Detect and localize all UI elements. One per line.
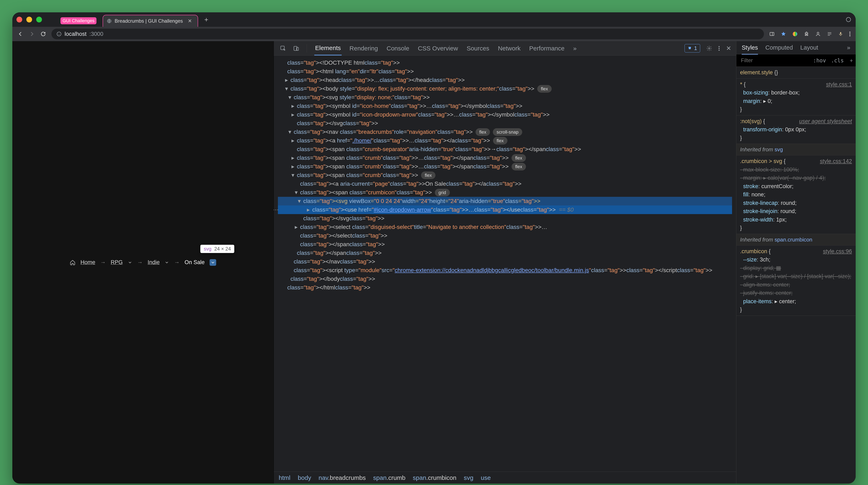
new-tab-button[interactable]: ＋ bbox=[203, 15, 210, 24]
devtools-tab-css-overview[interactable]: CSS Overview bbox=[417, 41, 459, 55]
dom-line[interactable]: ▾class="tag"><span class="crumbicon"clas… bbox=[278, 188, 732, 197]
dom-line[interactable]: class="tag"></htmlclass="tag">> bbox=[278, 283, 732, 292]
separator-icon: → bbox=[174, 259, 180, 265]
path-segment[interactable]: use bbox=[481, 474, 491, 481]
path-segment[interactable]: nav.breadcrumbs bbox=[319, 474, 366, 481]
dom-line[interactable]: ▾class="tag"><svg viewBox="0 0 24 24" wi… bbox=[278, 197, 732, 205]
minimize-window-button[interactable] bbox=[26, 17, 32, 23]
back-button[interactable] bbox=[17, 31, 24, 37]
dom-line[interactable]: ⋯ ▸class="tag"><use href="#icon-dropdown… bbox=[278, 205, 732, 214]
address-bar[interactable]: localhost:3000 bbox=[52, 29, 764, 39]
tab-breadcrumbs[interactable]: Breadcrumbs | GUI Challenges ✕ bbox=[103, 15, 198, 27]
chevron-down-icon[interactable] bbox=[164, 260, 169, 265]
dom-line[interactable]: ▾class="tag"><span class="crumb"class="t… bbox=[278, 171, 732, 179]
style-rule[interactable]: user agent stylesheet:not(svg) { transfo… bbox=[736, 115, 856, 144]
chevron-down-highlighted-icon[interactable] bbox=[210, 259, 216, 266]
dom-line[interactable]: class="tag"></spanclass="tag">> bbox=[278, 249, 732, 257]
dom-line[interactable]: ▸class="tag"><symbol id="icon-home"class… bbox=[278, 102, 732, 110]
dom-line[interactable]: class="tag"></selectclass="tag">> bbox=[278, 231, 732, 240]
path-segment[interactable]: span.crumbicon bbox=[413, 474, 457, 481]
bookmark-star-icon[interactable] bbox=[781, 31, 786, 37]
close-devtools-icon[interactable]: ✕ bbox=[726, 45, 731, 52]
dom-line[interactable]: class="tag"><script type="module" src="c… bbox=[278, 266, 732, 275]
rendered-page: svg 24 × 24 Home → RPG → Indie → On Sale bbox=[12, 41, 274, 484]
forward-button[interactable] bbox=[29, 31, 35, 37]
styles-tab-styles[interactable]: Styles bbox=[742, 44, 758, 55]
style-rule[interactable]: style.css:142.crumbicon > svg { max-bloc… bbox=[736, 155, 856, 234]
close-window-button[interactable] bbox=[17, 17, 22, 23]
hov-toggle[interactable]: :hov bbox=[813, 57, 826, 64]
dom-line[interactable]: ▸class="tag"><symbol id="icon-dropdown-a… bbox=[278, 110, 732, 119]
color-wheel-icon[interactable] bbox=[792, 31, 798, 37]
dom-line[interactable]: class="tag"></svgclass="tag">> bbox=[278, 214, 732, 223]
style-rule[interactable]: style.css:96.crumbicon { --size: 3ch; di… bbox=[736, 246, 856, 316]
issues-chip[interactable]: 1 bbox=[684, 44, 700, 53]
tab-gui-challenges[interactable]: GUI Challenges bbox=[56, 15, 103, 27]
breadcrumb-home-link[interactable]: Home bbox=[81, 259, 95, 265]
media-control-icon[interactable] bbox=[845, 17, 851, 23]
profile-icon[interactable] bbox=[815, 31, 821, 37]
cls-toggle[interactable]: .cls bbox=[831, 57, 844, 64]
extensions-icon[interactable] bbox=[804, 31, 809, 37]
path-segment[interactable]: html bbox=[279, 474, 290, 481]
dom-line[interactable]: class="tag"><html lang="en" dir="ltr"cla… bbox=[278, 67, 732, 76]
styles-tab-computed[interactable]: Computed bbox=[765, 44, 793, 51]
style-rule[interactable]: style.css:1* { box-sizing: border-box; m… bbox=[736, 79, 856, 115]
breadcrumb-link-indie[interactable]: Indie bbox=[148, 259, 160, 265]
reading-list-icon[interactable] bbox=[827, 31, 832, 37]
element-hover-tooltip: svg 24 × 24 bbox=[200, 245, 234, 253]
dom-line[interactable]: ▸class="tag"><headclass="tag">>…class="t… bbox=[278, 76, 732, 84]
breadcrumb-link-rpg[interactable]: RPG bbox=[111, 259, 123, 265]
dom-line[interactable]: class="tag"></spanclass="tag">> bbox=[278, 240, 732, 249]
workspace: svg 24 × 24 Home → RPG → Indie → On Sale bbox=[12, 41, 856, 484]
styles-rules[interactable]: element.style {}style.css:1* { box-sizin… bbox=[736, 67, 856, 484]
dom-line[interactable]: class="tag"><!DOCTYPE htmlclass="tag">> bbox=[278, 58, 732, 67]
dom-line[interactable]: class="tag"></svgclass="tag">> bbox=[278, 119, 732, 127]
panel-icon[interactable] bbox=[769, 31, 775, 37]
tab-label: Breadcrumbs | GUI Challenges bbox=[115, 18, 183, 24]
maximize-window-button[interactable] bbox=[36, 17, 42, 23]
dom-line[interactable]: ▾class="tag"><svg style="display: none;"… bbox=[278, 93, 732, 102]
svg-point-6 bbox=[817, 32, 819, 34]
tooltip-element-name: svg bbox=[204, 246, 211, 252]
styles-filter-input[interactable] bbox=[741, 57, 808, 64]
site-info-icon[interactable] bbox=[56, 31, 62, 37]
reload-button[interactable] bbox=[40, 31, 46, 37]
more-menu-icon[interactable] bbox=[849, 31, 851, 37]
dom-breadcrumb-path[interactable]: htmlbodynav.breadcrumbsspan.crumbspan.cr… bbox=[274, 472, 736, 484]
devtools-tab-sources[interactable]: Sources bbox=[466, 41, 490, 55]
path-segment[interactable]: svg bbox=[464, 474, 473, 481]
dom-line[interactable]: class="tag"><span class="crumb-separator… bbox=[278, 145, 732, 153]
device-toolbar-icon[interactable] bbox=[293, 45, 299, 52]
close-tab-icon[interactable]: ✕ bbox=[188, 18, 192, 24]
dom-line[interactable]: ▾class="tag"><body style="display: flex;… bbox=[278, 84, 732, 93]
path-segment[interactable]: body bbox=[298, 474, 311, 481]
dom-line[interactable]: class="tag"></navclass="tag">> bbox=[278, 257, 732, 266]
add-rule-icon[interactable]: ＋ bbox=[849, 57, 854, 64]
path-segment[interactable]: span.crumb bbox=[373, 474, 405, 481]
dom-line[interactable]: ▸class="tag"><span class="crumb"class="t… bbox=[278, 153, 732, 162]
gear-icon[interactable] bbox=[706, 46, 712, 51]
style-rule[interactable]: element.style {} bbox=[736, 67, 856, 79]
inspect-element-icon[interactable] bbox=[280, 45, 286, 52]
chevron-down-icon[interactable] bbox=[128, 260, 132, 265]
devtools-tab-console[interactable]: Console bbox=[386, 41, 410, 55]
dom-line[interactable]: ▾class="tag"><nav class="breadcrumbs" ro… bbox=[278, 127, 732, 136]
dom-line[interactable]: ▸class="tag"><span class="crumb"class="t… bbox=[278, 162, 732, 171]
devtools-tab-rendering[interactable]: Rendering bbox=[349, 41, 379, 55]
more-styles-tabs-icon[interactable]: » bbox=[847, 44, 850, 51]
styles-tabs: StylesComputedLayout» bbox=[736, 41, 856, 54]
kebab-menu-icon[interactable] bbox=[718, 46, 720, 51]
dom-line[interactable]: ▸class="tag"><select class="disguised-se… bbox=[278, 223, 732, 231]
dom-tree[interactable]: class="tag"><!DOCTYPE htmlclass="tag">> … bbox=[274, 56, 736, 472]
devtools-tab-performance[interactable]: Performance bbox=[528, 41, 565, 55]
dom-line[interactable]: class="tag"><a aria-current="page"class=… bbox=[278, 179, 732, 188]
mic-icon[interactable] bbox=[838, 31, 843, 37]
styles-tab-layout[interactable]: Layout bbox=[800, 44, 818, 51]
devtools-tab-elements[interactable]: Elements bbox=[314, 41, 342, 55]
more-tabs-icon[interactable]: » bbox=[573, 45, 577, 52]
dom-line[interactable]: class="tag"></bodyclass="tag">> bbox=[278, 275, 732, 283]
window-controls bbox=[17, 17, 42, 23]
devtools-tab-network[interactable]: Network bbox=[497, 41, 521, 55]
dom-line[interactable]: ▸class="tag"><a href="./home/"class="tag… bbox=[278, 136, 732, 145]
